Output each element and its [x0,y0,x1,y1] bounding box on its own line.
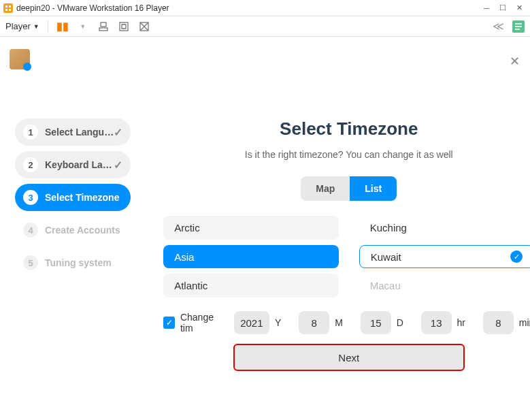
day-unit: D [397,317,403,328]
city-list[interactable]: Kuching Kuwait ✓ Macau [359,216,530,297]
window-titlebar: deepin20 - VMware Workstation 16 Player … [0,0,530,16]
svg-rect-5 [101,22,106,27]
svg-rect-0 [3,3,13,13]
region-item-atlantic[interactable]: Atlantic [163,274,339,297]
svg-rect-3 [5,9,7,11]
step-label: Select Langu… [45,127,114,138]
step-label: Tuning system [45,257,122,268]
maximize-button[interactable]: ☐ [499,4,507,12]
close-button[interactable]: ✕ [515,4,523,12]
svg-rect-6 [99,28,107,31]
chevron-down-icon: ▼ [33,23,39,30]
installer-window: ✕ 1 Select Langu… ✓ 2 Keyboard La… ✓ 3 S… [0,37,530,420]
fullscreen-icon[interactable] [118,20,130,33]
step-number: 3 [23,190,38,205]
minute-input[interactable]: 8 [483,311,514,334]
svg-rect-4 [9,9,11,11]
city-item-macau[interactable]: Macau [359,274,530,297]
dropdown-icon[interactable]: ▼ [77,20,89,33]
check-icon: ✓ [114,126,122,139]
step-select-language[interactable]: 1 Select Langu… ✓ [15,118,131,146]
month-input[interactable]: 8 [299,311,329,334]
region-list[interactable]: Arctic Asia Atlantic [163,216,339,297]
unity-icon[interactable] [138,20,150,33]
svg-rect-2 [9,5,11,7]
step-number: 2 [23,157,38,172]
step-number: 4 [23,223,38,238]
timezone-lists: Arctic Asia Atlantic Kuching Kuwait ✓ Ma… [163,216,530,297]
hour-input[interactable]: 13 [421,311,452,334]
player-menu-label: Player [5,21,31,31]
step-number: 1 [23,125,38,140]
next-button[interactable]: Next [233,344,465,371]
step-keyboard-layout[interactable]: 2 Keyboard La… ✓ [15,151,131,178]
day-input[interactable]: 15 [361,311,391,334]
steps-sidebar: 1 Select Langu… ✓ 2 Keyboard La… ✓ 3 Sel… [0,78,143,420]
hour-unit: hr [457,317,465,328]
change-time-checkbox[interactable]: ✓ [163,317,175,329]
year-unit: Y [275,317,281,328]
window-title: deepin20 - VMware Workstation 16 Player [16,3,482,13]
list-toggle-button[interactable]: List [350,176,397,201]
toolbar: Player ▼ ▮▮ ▼ ≪ [0,16,530,37]
rewind-icon[interactable]: ≪ [492,20,504,33]
send-keys-icon[interactable] [97,20,110,33]
region-item-asia[interactable]: Asia [163,245,339,269]
step-label: Select Timezone [45,192,122,203]
step-number: 5 [23,255,38,270]
installer-close-icon[interactable]: ✕ [510,54,520,65]
region-item-arctic[interactable]: Arctic [163,216,339,240]
view-toggle: Map List [301,176,397,201]
step-create-accounts[interactable]: 4 Create Accounts [15,216,131,244]
minute-unit: min [519,317,530,328]
city-item-kuching[interactable]: Kuching [359,216,530,240]
page-subtitle: Is it the right timezone? You can change… [245,149,453,160]
check-icon: ✓ [510,251,523,263]
notes-icon[interactable] [512,20,525,33]
check-icon: ✓ [114,159,122,172]
main-panel: Select Timezone Is it the right timezone… [143,78,530,420]
city-item-kuwait[interactable]: Kuwait ✓ [359,245,530,269]
step-select-timezone[interactable]: 3 Select Timezone [15,184,131,211]
svg-rect-7 [120,22,128,31]
city-label: Kuwait [371,251,401,263]
minimize-button[interactable]: ─ [482,4,491,12]
step-label: Keyboard La… [45,159,114,170]
change-time-label: Change tim [180,312,226,334]
app-icon [3,3,14,14]
step-tuning-system[interactable]: 5 Tuning system [15,249,131,276]
year-input[interactable]: 2021 [234,311,269,334]
svg-rect-1 [5,5,7,7]
installer-logo [10,49,30,69]
page-title: Select Timezone [280,118,418,140]
separator [48,20,48,33]
step-label: Create Accounts [45,225,122,236]
player-menu[interactable]: Player ▼ [5,21,39,31]
window-controls: ─ ☐ ✕ [482,4,527,12]
change-time-row: ✓ Change tim 2021 Y 8 M 15 D 13 hr 8 min [163,311,530,334]
month-unit: M [335,317,343,328]
pause-icon[interactable]: ▮▮ [56,20,69,33]
map-toggle-button[interactable]: Map [301,176,350,201]
